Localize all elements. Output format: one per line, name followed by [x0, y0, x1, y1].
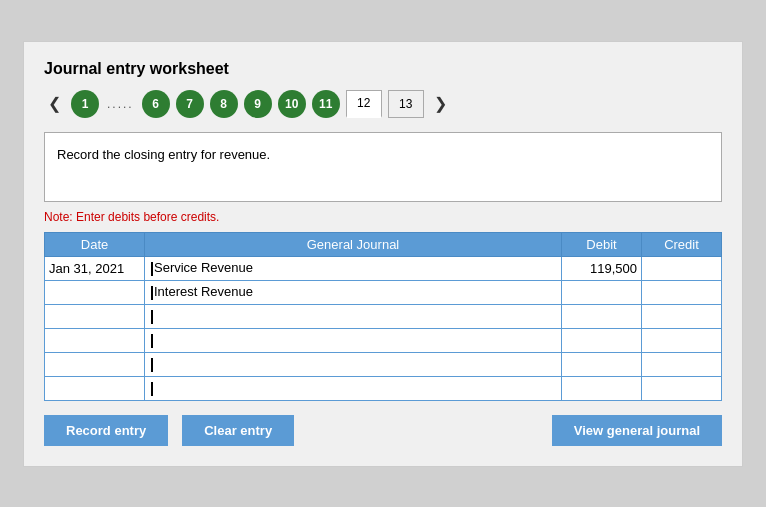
cell-journal-0[interactable]: Service Revenue — [145, 256, 562, 280]
note-text: Note: Enter debits before credits. — [44, 210, 722, 224]
nav-dots: ..... — [107, 97, 134, 111]
cell-date-5[interactable] — [45, 376, 145, 400]
cell-debit-5[interactable] — [562, 376, 642, 400]
cell-credit-0[interactable] — [642, 256, 722, 280]
header-journal: General Journal — [145, 232, 562, 256]
prev-arrow[interactable]: ❮ — [44, 92, 65, 115]
nav-tab-12[interactable]: 12 — [346, 90, 382, 118]
cell-credit-2[interactable] — [642, 304, 722, 328]
nav-circle-8[interactable]: 8 — [210, 90, 238, 118]
navigation-row: ❮ 1 ..... 6 7 8 9 10 11 12 13 ❯ — [44, 90, 722, 118]
table-row — [45, 352, 722, 376]
nav-circle-6[interactable]: 6 — [142, 90, 170, 118]
header-debit: Debit — [562, 232, 642, 256]
clear-entry-button[interactable]: Clear entry — [182, 415, 294, 446]
cell-credit-5[interactable] — [642, 376, 722, 400]
cell-debit-2[interactable] — [562, 304, 642, 328]
cell-date-1[interactable] — [45, 280, 145, 304]
cell-credit-1[interactable] — [642, 280, 722, 304]
nav-circle-1[interactable]: 1 — [71, 90, 99, 118]
cell-credit-4[interactable] — [642, 352, 722, 376]
table-row: Interest Revenue — [45, 280, 722, 304]
cell-journal-1[interactable]: Interest Revenue — [145, 280, 562, 304]
cell-journal-2[interactable] — [145, 304, 562, 328]
table-row — [45, 376, 722, 400]
nav-tab-13[interactable]: 13 — [388, 90, 424, 118]
nav-circle-10[interactable]: 10 — [278, 90, 306, 118]
cell-date-0[interactable]: Jan 31, 2021 — [45, 256, 145, 280]
cell-date-4[interactable] — [45, 352, 145, 376]
instruction-box: Record the closing entry for revenue. — [44, 132, 722, 202]
cell-credit-3[interactable] — [642, 328, 722, 352]
cell-debit-3[interactable] — [562, 328, 642, 352]
nav-circle-11[interactable]: 11 — [312, 90, 340, 118]
view-journal-button[interactable]: View general journal — [552, 415, 722, 446]
cell-debit-4[interactable] — [562, 352, 642, 376]
table-row: Jan 31, 2021Service Revenue119,500 — [45, 256, 722, 280]
instruction-text: Record the closing entry for revenue. — [57, 147, 270, 162]
record-entry-button[interactable]: Record entry — [44, 415, 168, 446]
button-row: Record entry Clear entry View general jo… — [44, 415, 722, 446]
header-date: Date — [45, 232, 145, 256]
nav-circle-7[interactable]: 7 — [176, 90, 204, 118]
cell-journal-5[interactable] — [145, 376, 562, 400]
cell-date-3[interactable] — [45, 328, 145, 352]
nav-circle-9[interactable]: 9 — [244, 90, 272, 118]
cell-journal-4[interactable] — [145, 352, 562, 376]
page-title: Journal entry worksheet — [44, 60, 722, 78]
worksheet-container: Journal entry worksheet ❮ 1 ..... 6 7 8 … — [23, 41, 743, 467]
cell-debit-1[interactable] — [562, 280, 642, 304]
header-credit: Credit — [642, 232, 722, 256]
cell-date-2[interactable] — [45, 304, 145, 328]
table-row — [45, 328, 722, 352]
cell-debit-0[interactable]: 119,500 — [562, 256, 642, 280]
cell-journal-3[interactable] — [145, 328, 562, 352]
next-arrow[interactable]: ❯ — [430, 92, 451, 115]
table-row — [45, 304, 722, 328]
journal-table: Date General Journal Debit Credit Jan 31… — [44, 232, 722, 401]
